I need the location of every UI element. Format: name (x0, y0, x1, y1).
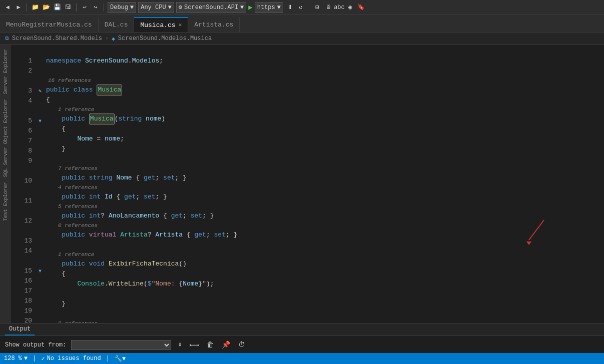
gutter-15[interactable]: ▼ (36, 266, 44, 276)
open-icon[interactable]: 📂 (42, 3, 51, 12)
str-open-quote: " (152, 279, 156, 289)
gutter-20 (36, 316, 44, 323)
status-zoom-value: 128 % (4, 355, 22, 362)
line-num-12-ref (11, 206, 32, 216)
line-numbers: 1 2 3 4 5 6 7 8 9 10 11 12 13 14 (11, 45, 36, 323)
output-pin-icon[interactable]: 📌 (220, 340, 232, 349)
kw-set-11: set (144, 192, 155, 202)
gutter-18 (36, 296, 44, 306)
code-line-14[interactable] (46, 240, 604, 250)
code-line-18[interactable] (46, 289, 604, 299)
code-line-7[interactable]: Nome = nome ; (46, 134, 604, 144)
gutter-10-ref (36, 166, 44, 176)
code-line-15[interactable]: public void ExibirFichaTecnica () (46, 259, 604, 269)
redo-button[interactable]: ↪ (91, 3, 100, 12)
gutter-5[interactable]: ▼ (36, 116, 44, 126)
status-actions[interactable]: 🔧▼ (115, 355, 126, 362)
save-icon[interactable]: 💾 (53, 3, 62, 12)
output-wrap-icon[interactable]: ⟵⟶ (189, 340, 200, 349)
status-check-icon: ✓ (41, 355, 45, 362)
code-line-6[interactable]: { (46, 124, 604, 134)
line-num-19: 19 (11, 306, 32, 316)
line-num-10: 10 (11, 176, 32, 186)
gutter-10 (36, 176, 44, 186)
gutter-9 (36, 156, 44, 166)
code-area: 1 2 3 4 5 6 7 8 9 10 11 12 13 14 (11, 45, 604, 323)
new-project-icon[interactable]: 📁 (31, 3, 40, 12)
output-clear-icon[interactable]: 🗑 (205, 341, 215, 349)
sidebar-item-sql-explorer[interactable]: SQL Server Object Explorer (2, 97, 10, 179)
forward-button[interactable]: ▶ (14, 3, 23, 12)
output-source-dropdown[interactable] (71, 340, 171, 350)
url-chevron-icon: ▼ (277, 4, 281, 11)
status-zoom[interactable]: 128 % ▼ (4, 355, 28, 362)
line-num-13-ref (11, 226, 32, 236)
code-line-13[interactable]: public virtual Artista ? Artista { get ;… (46, 230, 604, 240)
save-all-icon[interactable]: 🖫 (64, 3, 73, 12)
output-panel: Output Show output from: ⬇ ⟵⟶ 🗑 📌 ⏱ (0, 323, 604, 353)
status-issues-text: No issues found (47, 355, 101, 362)
kw-public-15: public (62, 259, 85, 269)
breadcrumb-left[interactable]: ScreenSound.Shared.Models (12, 35, 102, 42)
brace-close-19: } (62, 299, 66, 309)
api-icon: ⚙ (179, 4, 182, 11)
kw-set-12: set (191, 211, 202, 221)
code-line-2[interactable] (46, 66, 604, 76)
code-line-20[interactable] (46, 309, 604, 319)
line-num-blank-top (11, 46, 32, 56)
line-num-14: 14 (11, 246, 32, 256)
gutter-17 (36, 286, 44, 296)
pause-icon[interactable]: ⏸ (285, 3, 294, 12)
kw-public-11: public (62, 192, 85, 202)
spell-icon[interactable]: abc (335, 3, 344, 12)
code-line-16[interactable]: { (46, 269, 604, 279)
line-num-20: 20 (11, 316, 32, 323)
main-area: Server Explorer SQL Server Object Explor… (0, 45, 604, 323)
back-button[interactable]: ◀ (3, 3, 12, 12)
tab-musica[interactable]: Musica.cs ✕ (134, 17, 188, 32)
sidebar-item-test-explorer[interactable]: Test Explorer (2, 180, 10, 223)
api-chevron-icon: ▼ (240, 4, 244, 11)
gutter-14 (36, 246, 44, 256)
code-line-8[interactable]: } (46, 144, 604, 154)
output-tab[interactable]: Output (5, 324, 35, 336)
breakpoint-icon[interactable]: ◉ (346, 3, 355, 12)
code-line-11[interactable]: public int Id { get ; set ; } (46, 192, 604, 202)
brace-open-6: { (62, 124, 66, 134)
monitor-icon[interactable]: 🖥 (324, 3, 333, 12)
code-screensound-modelos: ScreenSound (85, 56, 128, 66)
api-dropdown[interactable]: ⚙ ScreenSound.API ▼ (176, 2, 246, 13)
run-button[interactable]: ▶ (248, 3, 252, 12)
tab-menuregistrar[interactable]: MenuRegistrarMusica.cs (0, 17, 99, 32)
gutter-3[interactable]: ✎ (36, 86, 44, 96)
code-line-3[interactable]: public class Musica (46, 85, 604, 95)
debug-dropdown[interactable]: Debug ▼ (108, 2, 136, 13)
url-dropdown[interactable]: https ▼ (255, 2, 283, 13)
code-line-5[interactable]: public Musica ( string nome ) (46, 114, 604, 124)
line-num-1: 1 (11, 56, 32, 66)
output-scroll-end-icon[interactable]: ⬇ (176, 340, 183, 349)
sidebar-item-server-explorer[interactable]: Server Explorer (2, 47, 10, 96)
tab-dal[interactable]: DAL.cs (99, 17, 135, 32)
code-line-17[interactable]: Console . WriteLine ( $ " Nome: { Nome }… (46, 279, 604, 289)
breadcrumb-right[interactable]: ScreenSound.Modelos.Musica (118, 35, 212, 42)
type-artista-13: Artista (120, 230, 148, 240)
code-line-1[interactable]: namespace ScreenSound . Modelos ; (46, 56, 604, 66)
gutter-13-ref (36, 226, 44, 236)
status-issues[interactable]: ✓ No issues found (41, 355, 101, 362)
tab-musica-close-icon[interactable]: ✕ (179, 22, 182, 28)
code-lines[interactable]: namespace ScreenSound . Modelos ; 16 ref… (44, 45, 604, 323)
output-settings-icon[interactable]: ⏱ (237, 341, 247, 349)
cpu-dropdown[interactable]: Any CPU ▼ (138, 2, 174, 13)
code-line-10[interactable]: public string Nome { get ; set ; } (46, 173, 604, 183)
refresh-icon[interactable]: ↺ (296, 3, 305, 12)
code-line-19[interactable]: } (46, 299, 604, 309)
bookmark-icon[interactable]: 🔖 (357, 3, 366, 12)
gutter-15-ref (36, 256, 44, 266)
tab-artista[interactable]: Artista.cs (188, 17, 240, 32)
line-num-3-ref (11, 76, 32, 86)
window-icon[interactable]: ⊞ (313, 3, 322, 12)
code-line-4[interactable]: { (46, 95, 604, 105)
undo-button[interactable]: ↩ (80, 3, 89, 12)
code-line-9[interactable] (46, 154, 604, 164)
